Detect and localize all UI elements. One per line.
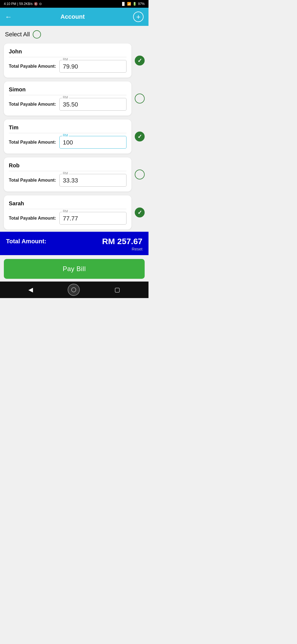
amount-row-sarah: Total Payable Amount:RM <box>9 212 127 225</box>
total-bar: Total Amount: RM 257.67 Reset <box>0 232 148 255</box>
account-name-simon: Simon <box>9 86 127 95</box>
amount-input-sarah[interactable] <box>59 212 127 225</box>
account-card-rob: RobTotal Payable Amount:RM <box>4 157 131 192</box>
signal-icon: ▐▌ <box>121 2 126 6</box>
amount-input-wrap-rob: RM <box>59 174 127 187</box>
account-row-john: JohnTotal Payable Amount:RM <box>4 43 145 78</box>
home-nav-button[interactable] <box>68 284 80 296</box>
total-label: Total Amount: <box>6 238 46 245</box>
total-amount: RM 257.67 <box>102 237 142 246</box>
account-card-john: JohnTotal Payable Amount:RM <box>4 43 131 78</box>
total-bar-row: Total Amount: RM 257.67 <box>6 237 142 246</box>
select-all-label: Select All <box>5 31 30 38</box>
select-all-checkbox[interactable] <box>33 30 41 39</box>
pay-bill-button[interactable]: Pay Bill <box>4 259 145 279</box>
home-nav-inner <box>71 287 76 292</box>
status-network: | <box>17 2 18 6</box>
cards-container: JohnTotal Payable Amount:RMSimonTotal Pa… <box>0 41 148 232</box>
account-row-rob: RobTotal Payable Amount:RM <box>4 157 145 192</box>
amount-input-rob[interactable] <box>59 174 127 187</box>
account-checkbox-rob[interactable] <box>135 170 145 179</box>
battery-icon: 🔋 <box>133 2 137 6</box>
account-checkbox-tim[interactable] <box>135 132 145 141</box>
reset-link[interactable]: Reset <box>6 247 142 251</box>
currency-label-tim: RM <box>62 133 69 137</box>
status-bar: 4:10 PM | 59.2KB/s 🔇 ⊙ ▐▌ 📶 🔋 97% <box>0 0 148 8</box>
account-checkbox-john[interactable] <box>135 56 145 66</box>
amount-input-simon[interactable] <box>59 98 127 111</box>
account-row-sarah: SarahTotal Payable Amount:RM <box>4 195 145 230</box>
amount-label-rob: Total Payable Amount: <box>9 178 56 183</box>
account-row-tim: TimTotal Payable Amount:RM <box>4 119 145 154</box>
currency-label-john: RM <box>62 58 69 61</box>
amount-input-wrap-john: RM <box>59 60 127 73</box>
amount-label-john: Total Payable Amount: <box>9 64 56 69</box>
status-right: ▐▌ 📶 🔋 97% <box>121 2 145 6</box>
nav-bar: ◀ ▢ <box>0 282 148 298</box>
square-nav-button[interactable]: ▢ <box>114 286 120 293</box>
vpn-icon: ⊙ <box>39 2 42 6</box>
status-left: 4:10 PM | 59.2KB/s 🔇 ⊙ <box>4 2 42 6</box>
add-button[interactable]: + <box>133 12 144 22</box>
account-card-tim: TimTotal Payable Amount:RM <box>4 119 131 154</box>
select-all-row: Select All <box>0 26 148 41</box>
amount-input-wrap-tim: RM <box>59 136 127 149</box>
account-card-simon: SimonTotal Payable Amount:RM <box>4 81 131 116</box>
battery-level: 97% <box>138 2 145 6</box>
amount-input-john[interactable] <box>59 60 127 73</box>
status-speed: 59.2KB/s <box>19 2 33 6</box>
back-button[interactable]: ← <box>5 13 12 20</box>
amount-input-wrap-simon: RM <box>59 98 127 111</box>
page-title: Account <box>12 13 133 20</box>
amount-row-tim: Total Payable Amount:RM <box>9 136 127 149</box>
account-row-simon: SimonTotal Payable Amount:RM <box>4 81 145 116</box>
back-nav-button[interactable]: ◀ <box>28 286 33 293</box>
amount-input-wrap-sarah: RM <box>59 212 127 225</box>
account-name-rob: Rob <box>9 162 127 171</box>
currency-label-sarah: RM <box>62 209 69 213</box>
wifi-icon: 📶 <box>127 2 131 6</box>
amount-label-tim: Total Payable Amount: <box>9 140 56 145</box>
amount-row-simon: Total Payable Amount:RM <box>9 98 127 111</box>
account-name-sarah: Sarah <box>9 200 127 209</box>
account-card-sarah: SarahTotal Payable Amount:RM <box>4 195 131 230</box>
currency-label-simon: RM <box>62 95 69 99</box>
account-checkbox-sarah[interactable] <box>135 208 145 217</box>
account-checkbox-simon[interactable] <box>135 94 145 103</box>
header: ← Account + <box>0 8 148 26</box>
account-name-tim: Tim <box>9 124 127 133</box>
amount-input-tim[interactable] <box>59 136 127 149</box>
amount-label-simon: Total Payable Amount: <box>9 102 56 107</box>
amount-row-john: Total Payable Amount:RM <box>9 60 127 73</box>
currency-label-rob: RM <box>62 171 69 175</box>
amount-label-sarah: Total Payable Amount: <box>9 216 56 221</box>
account-name-john: John <box>9 48 127 57</box>
amount-row-rob: Total Payable Amount:RM <box>9 174 127 187</box>
status-time: 4:10 PM <box>4 2 16 6</box>
mute-icon: 🔇 <box>34 2 38 6</box>
